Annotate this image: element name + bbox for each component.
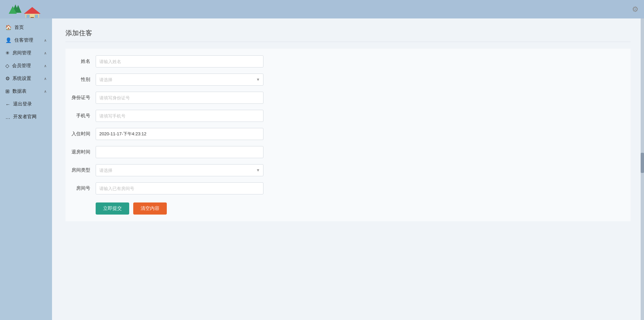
person-icon: 👤 <box>5 37 12 43</box>
sidebar: 🏠 首页 👤 住客管理 ∧ ✳ 房间管理 ∧ ◇ 会员管理 ∧ ⚙ 系统设置 ∧… <box>0 18 52 320</box>
id-card-field-row: 身份证号 <box>65 92 631 104</box>
scrollbar-track <box>641 18 644 320</box>
sidebar-item-system-settings[interactable]: ⚙ 系统设置 ∧ <box>0 72 52 85</box>
room-type-select[interactable]: 请选择 标准间 大床房 套房 <box>96 164 263 176</box>
room-type-label: 房间类型 <box>65 167 96 173</box>
content-area: 添加住客 姓名 性别 请选择 男 女 ▼ <box>52 18 644 320</box>
sidebar-item-home[interactable]: 🏠 首页 <box>0 21 52 34</box>
sidebar-item-member-management[interactable]: ◇ 会员管理 ∧ <box>0 59 52 72</box>
name-label: 姓名 <box>65 58 96 64</box>
grid-icon: ⊞ <box>5 88 10 94</box>
sidebar-item-logout[interactable]: ← 退出登录 <box>0 98 52 110</box>
main-layout: 🏠 首页 👤 住客管理 ∧ ✳ 房间管理 ∧ ◇ 会员管理 ∧ ⚙ 系统设置 ∧… <box>0 18 644 320</box>
sidebar-item-developer[interactable]: … 开发者官网 <box>0 110 52 123</box>
svg-rect-6 <box>27 15 30 18</box>
checkout-time-label: 退房时间 <box>65 149 96 155</box>
clear-button[interactable]: 清空内容 <box>133 202 167 215</box>
chevron-down-icon-4: ∧ <box>44 77 47 81</box>
sidebar-label-logout: 退出登录 <box>13 101 32 107</box>
sidebar-label-developer: 开发者官网 <box>13 114 37 120</box>
name-input[interactable] <box>96 55 263 67</box>
gender-label: 性别 <box>65 77 96 83</box>
dots-icon: … <box>5 114 10 120</box>
phone-label: 手机号 <box>65 113 96 119</box>
sidebar-label-system: 系统设置 <box>12 76 31 82</box>
checkin-time-label: 入住时间 <box>65 131 96 137</box>
id-card-label: 身份证号 <box>65 95 96 101</box>
arrow-left-icon: ← <box>5 101 10 107</box>
svg-rect-7 <box>35 15 38 18</box>
chevron-down-icon-3: ∧ <box>44 64 47 68</box>
header: WARM HOUSE Am ⚙ <box>0 0 644 18</box>
scrollbar-thumb[interactable] <box>641 153 644 173</box>
sidebar-label-data: 数据表 <box>12 88 27 94</box>
add-guest-form: 姓名 性别 请选择 男 女 ▼ 身份证号 <box>65 49 631 221</box>
form-buttons: 立即提交 清空内容 <box>96 202 631 215</box>
gender-field-row: 性别 请选择 男 女 ▼ <box>65 74 631 86</box>
settings-gear-button[interactable]: ⚙ <box>632 5 639 14</box>
submit-button[interactable]: 立即提交 <box>96 202 129 215</box>
sidebar-label-member: 会员管理 <box>12 63 31 69</box>
gender-select[interactable]: 请选择 男 女 <box>96 74 263 86</box>
star-icon: ✳ <box>5 50 10 56</box>
chevron-down-icon-2: ∧ <box>44 51 47 55</box>
room-type-field-row: 房间类型 请选择 标准间 大床房 套房 ▼ <box>65 164 631 176</box>
sidebar-item-guest-management[interactable]: 👤 住客管理 ∧ <box>0 34 52 47</box>
sidebar-item-data-table[interactable]: ⊞ 数据表 ∧ <box>0 85 52 98</box>
gear-icon: ⚙ <box>5 76 10 82</box>
room-type-select-wrapper: 请选择 标准间 大床房 套房 ▼ <box>96 164 263 176</box>
room-number-field-row: 房间号 <box>65 182 631 194</box>
phone-field-row: 手机号 <box>65 110 631 122</box>
sidebar-label-guest: 住客管理 <box>14 37 33 43</box>
diamond-icon: ◇ <box>5 63 9 69</box>
page-title: 添加住客 <box>65 29 631 42</box>
checkout-time-input[interactable] <box>96 146 263 158</box>
name-field-row: 姓名 <box>65 55 631 67</box>
room-number-input[interactable] <box>96 182 263 194</box>
gender-select-wrapper: 请选择 男 女 ▼ <box>96 74 263 86</box>
sidebar-item-room-management[interactable]: ✳ 房间管理 ∧ <box>0 47 52 59</box>
home-icon: 🏠 <box>5 25 12 31</box>
checkin-time-field-row: 入住时间 <box>65 128 631 140</box>
phone-input[interactable] <box>96 110 263 122</box>
checkout-time-field-row: 退房时间 <box>65 146 631 158</box>
logo-area: WARM HOUSE Am <box>5 1 49 18</box>
chevron-down-icon-5: ∧ <box>44 89 47 94</box>
logo-icon: WARM HOUSE Am <box>5 1 49 18</box>
sidebar-label-room: 房间管理 <box>12 50 31 56</box>
svg-marker-3 <box>24 7 41 14</box>
checkin-time-input[interactable] <box>96 128 263 140</box>
id-card-input[interactable] <box>96 92 263 104</box>
svg-rect-5 <box>31 17 34 18</box>
chevron-down-icon: ∧ <box>44 38 47 43</box>
sidebar-label-home: 首页 <box>14 25 24 31</box>
room-number-label: 房间号 <box>65 185 96 191</box>
